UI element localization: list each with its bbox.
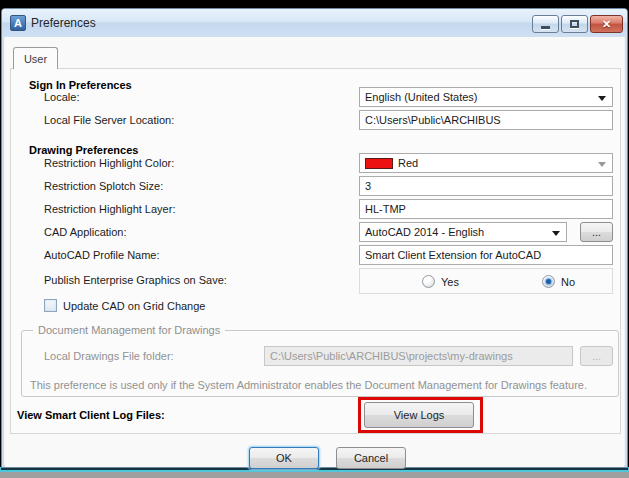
- highlight-layer-label: Restriction Highlight Layer:: [44, 203, 175, 215]
- sign-in-header: Sign In Preferences: [29, 79, 132, 91]
- drawings-folder-value: C:\Users\Public\ARCHIBUS\projects\my-dra…: [270, 350, 513, 362]
- view-logs-label: View Smart Client Log Files:: [17, 409, 165, 421]
- radio-yes[interactable]: Yes: [422, 275, 459, 288]
- window-controls: ✕: [532, 15, 623, 33]
- drawings-folder-browse-button: ...: [580, 346, 613, 366]
- maximize-icon: [570, 20, 579, 28]
- cad-browse-button[interactable]: ...: [580, 222, 613, 242]
- locale-label: Locale:: [44, 91, 79, 103]
- highlight-layer-value: HL-TMP: [365, 203, 406, 215]
- splotch-size-label: Restriction Splotch Size:: [44, 180, 163, 192]
- publish-graphics-label: Publish Enterprise Graphics on Save:: [44, 274, 227, 286]
- annotation-highlight-box: [358, 397, 483, 433]
- chevron-down-icon: [598, 96, 606, 101]
- radio-yes-label: Yes: [441, 276, 459, 288]
- radio-no[interactable]: No: [542, 275, 575, 288]
- preferences-dialog: A Preferences ✕ User Sign In Preferences…: [1, 8, 628, 468]
- highlight-layer-input[interactable]: HL-TMP: [359, 199, 613, 219]
- highlight-color-label: Restriction Highlight Color:: [44, 157, 174, 169]
- publish-graphics-radio-group: Yes No: [359, 268, 613, 294]
- splotch-size-input[interactable]: 3: [359, 176, 613, 196]
- drawings-folder-input: C:\Users\Public\ARCHIBUS\projects\my-dra…: [264, 346, 573, 366]
- titlebar[interactable]: A Preferences ✕: [2, 9, 627, 37]
- drawings-folder-label: Local Drawings File folder:: [44, 350, 174, 362]
- profile-name-label: AutoCAD Profile Name:: [44, 249, 160, 261]
- tab-user[interactable]: User: [13, 47, 58, 69]
- profile-name-value: Smart Client Extension for AutoCAD: [365, 249, 541, 261]
- desktop-taskbar-strip: [0, 472, 629, 478]
- drawing-header: Drawing Preferences: [29, 144, 138, 156]
- update-cad-checkbox[interactable]: [44, 299, 57, 312]
- update-cad-label: Update CAD on Grid Change: [63, 300, 205, 312]
- file-server-label: Local File Server Location:: [44, 114, 174, 126]
- locale-select[interactable]: English (United States): [359, 87, 613, 107]
- window-title: Preferences: [31, 16, 96, 30]
- cancel-button[interactable]: Cancel: [336, 447, 406, 469]
- screen: A Preferences ✕ User Sign In Preferences…: [0, 0, 629, 478]
- chevron-down-icon: [552, 231, 560, 236]
- locale-value: English (United States): [365, 91, 478, 103]
- cad-application-select[interactable]: AutoCAD 2014 - English: [359, 222, 567, 242]
- doc-mgmt-note: This preference is used only if the Syst…: [30, 379, 587, 391]
- close-button[interactable]: ✕: [590, 15, 623, 33]
- minimize-button[interactable]: [532, 15, 559, 33]
- close-icon: ✕: [602, 19, 611, 30]
- file-server-input[interactable]: C:\Users\Public\ARCHIBUS: [359, 110, 613, 130]
- radio-selected-icon: [542, 275, 555, 288]
- radio-unselected-icon: [422, 275, 435, 288]
- highlight-color-value: Red: [398, 157, 418, 169]
- cad-application-label: CAD Application:: [44, 226, 127, 238]
- chevron-down-icon: [598, 162, 606, 167]
- maximize-button[interactable]: [561, 15, 588, 33]
- app-icon: A: [10, 15, 26, 31]
- ok-button[interactable]: OK: [249, 447, 319, 469]
- profile-name-input[interactable]: Smart Client Extension for AutoCAD: [359, 245, 613, 265]
- red-color-swatch-icon: [365, 158, 393, 169]
- cad-application-value: AutoCAD 2014 - English: [365, 226, 484, 238]
- file-server-value: C:\Users\Public\ARCHIBUS: [365, 114, 501, 126]
- splotch-size-value: 3: [365, 180, 371, 192]
- radio-no-label: No: [561, 276, 575, 288]
- highlight-color-select[interactable]: Red: [359, 153, 613, 173]
- doc-mgmt-header: Document Management for Drawings: [33, 324, 225, 336]
- minimize-icon: [541, 26, 550, 29]
